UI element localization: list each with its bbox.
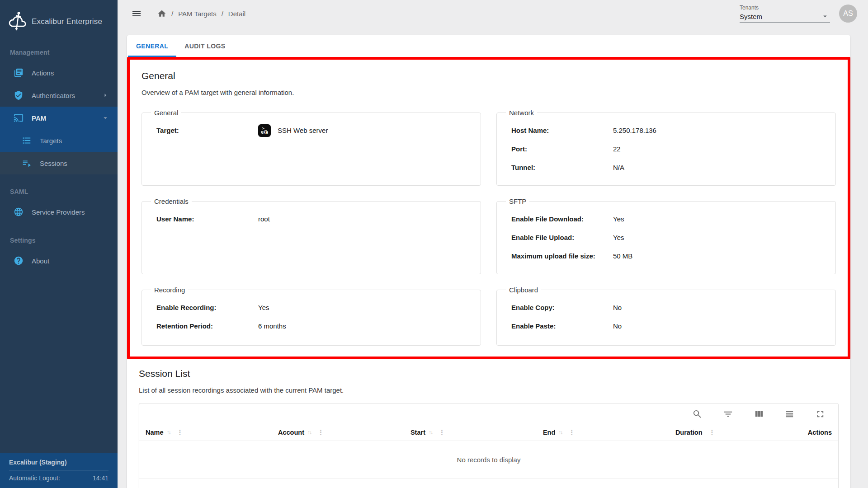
column-menu-icon[interactable]: ⋮ (708, 428, 715, 436)
ssh-protocol-icon: >_ SSH (258, 124, 271, 137)
field-value: 6 months (258, 322, 286, 330)
breadcrumb-separator: / (171, 10, 173, 18)
sidebar-item-label: Authenticators (32, 92, 75, 99)
nav-section-settings: Settings (0, 230, 118, 249)
excalibur-cloud-sword-logo-icon (7, 12, 28, 32)
list-icon (22, 136, 32, 145)
session-list-section: Session List List of all session recordi… (127, 359, 850, 488)
sidebar-item-pam[interactable]: PAM (0, 107, 118, 129)
sidebar-item-targets[interactable]: Targets (0, 129, 118, 152)
tenant-selected-value: System (740, 13, 762, 20)
field-label: Enable Paste: (511, 322, 613, 330)
tab-bar: GENERAL AUDIT LOGS (127, 35, 850, 57)
brand-header: Excalibur Enterprise (0, 0, 118, 42)
breadcrumb-detail: Detail (228, 10, 245, 18)
session-list-subtitle: List of all session recordings associate… (139, 386, 839, 394)
chevron-right-icon (101, 91, 109, 99)
field-label: User Name: (156, 215, 258, 223)
card-network: Network Host Name: 5.250.178.136 Port: 2… (496, 109, 836, 186)
sidebar-item-label: Actions (32, 69, 54, 77)
target-label: Target: (156, 127, 258, 134)
sidebar-item-about[interactable]: About (0, 249, 118, 272)
sidebar-item-sessions[interactable]: Sessions (0, 152, 118, 174)
column-header-duration[interactable]: Duration ⋮ (672, 428, 804, 436)
sidebar-item-label: Service Providers (32, 208, 85, 216)
sidebar-item-service-providers[interactable]: Service Providers (0, 201, 118, 223)
field-label: Tunnel: (511, 164, 613, 171)
field-label: Retention Period: (156, 322, 258, 330)
next-page-icon[interactable] (817, 486, 828, 488)
card-general: General Target: >_ SSH SSH Web server (142, 109, 481, 186)
globe-icon (14, 207, 24, 217)
sort-arrows-icon[interactable]: ↑↓ (558, 429, 562, 436)
user-avatar[interactable]: AS (839, 5, 857, 23)
sort-arrows-icon[interactable]: ↑↓ (429, 429, 432, 436)
shield-check-icon (14, 90, 24, 100)
library-icon (14, 68, 24, 78)
content-card: GENERAL AUDIT LOGS General Overview of a… (127, 35, 850, 488)
column-menu-icon[interactable]: ⋮ (568, 428, 575, 436)
overview-title: General (142, 70, 836, 81)
dropdown-arrow-icon (821, 12, 829, 20)
column-menu-icon[interactable]: ⋮ (439, 428, 445, 436)
sort-arrows-icon[interactable]: ↑↓ (167, 429, 170, 436)
columns-icon[interactable] (754, 409, 764, 419)
card-recording: Recording Enable Recording: Yes Retentio… (142, 286, 481, 346)
field-value: Yes (613, 234, 624, 241)
breadcrumb-separator: / (222, 10, 223, 18)
field-label: Port: (511, 145, 613, 153)
target-value: >_ SSH SSH Web server (258, 124, 328, 137)
sidebar-item-label: Sessions (40, 160, 67, 167)
overview-cards-grid: General Target: >_ SSH SSH Web server (142, 109, 836, 346)
general-overview-highlighted-region: General Overview of a PAM target with ge… (127, 57, 850, 359)
search-icon[interactable] (692, 409, 703, 419)
nav-section-management: Management (0, 42, 118, 61)
column-menu-icon[interactable]: ⋮ (317, 428, 324, 436)
auto-logout-label: Automatic Logout: (9, 474, 60, 482)
chevron-down-icon (101, 114, 109, 122)
column-header-end[interactable]: End ↑↓ ⋮ (539, 428, 672, 436)
sidebar-item-actions[interactable]: Actions (0, 61, 118, 84)
overview-subtitle: Overview of a PAM target with general in… (142, 89, 836, 96)
field-value: 5.250.178.136 (613, 127, 656, 134)
filter-icon[interactable] (723, 409, 733, 419)
playlist-play-icon (22, 158, 32, 168)
table-pagination: Rows per page: 10 0-0 of 0 (139, 479, 838, 488)
sort-arrows-icon[interactable]: ↑↓ (307, 429, 311, 436)
main-area: / PAM Targets / Detail Tenants System AS… (118, 0, 868, 488)
topbar: / PAM Targets / Detail Tenants System AS (118, 0, 868, 27)
column-header-name[interactable]: Name ↑↓ ⋮ (142, 428, 274, 436)
card-credentials-legend: Credentials (151, 197, 192, 205)
sidebar-item-authenticators[interactable]: Authenticators (0, 84, 118, 107)
sidebar-item-label: PAM (32, 114, 46, 122)
row-density-icon[interactable] (784, 409, 795, 419)
brand-name: Excalibur Enterprise (32, 17, 102, 26)
card-credentials: Credentials User Name: root (142, 197, 481, 274)
tenants-select-group: Tenants System (740, 5, 830, 23)
field-value: No (613, 304, 622, 311)
breadcrumb-pam-targets[interactable]: PAM Targets (178, 10, 216, 18)
tab-audit-logs[interactable]: AUDIT LOGS (176, 35, 233, 57)
sidebar: Excalibur Enterprise Management Actions … (0, 0, 118, 488)
column-header-start[interactable]: Start ↑↓ ⋮ (407, 428, 539, 436)
field-label: Enable Copy: (511, 304, 613, 311)
session-list-title: Session List (139, 368, 839, 379)
column-menu-icon[interactable]: ⋮ (177, 428, 184, 436)
column-header-account[interactable]: Account ↑↓ ⋮ (274, 428, 407, 436)
card-network-legend: Network (506, 109, 537, 117)
tab-general[interactable]: GENERAL (128, 35, 176, 57)
tenant-select[interactable]: System (740, 11, 830, 23)
sidebar-footer: Excalibur (Staging) Automatic Logout: 14… (0, 453, 118, 488)
card-recording-legend: Recording (151, 286, 188, 294)
fullscreen-icon[interactable] (815, 409, 826, 419)
field-value: No (613, 322, 622, 330)
target-name: SSH Web server (278, 127, 328, 134)
environment-name: Excalibur (Staging) (9, 459, 108, 470)
breadcrumb: / PAM Targets / Detail (157, 9, 245, 18)
menu-toggle-icon[interactable] (131, 8, 142, 19)
home-icon[interactable] (157, 9, 166, 18)
previous-page-icon[interactable] (798, 486, 809, 488)
field-value: N/A (613, 164, 624, 171)
card-clipboard: Clipboard Enable Copy: No Enable Paste: … (496, 286, 836, 346)
auto-logout-timer: 14:41 (93, 474, 108, 482)
